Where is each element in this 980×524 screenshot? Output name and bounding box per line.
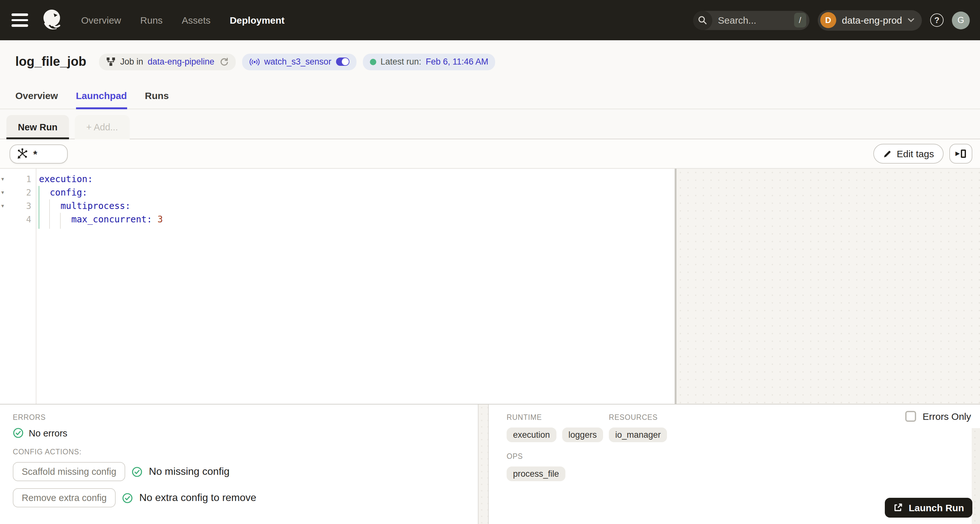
search-shortcut-key: / [794,13,806,27]
primary-nav: Overview Runs Assets Deployment [81,15,285,25]
no-errors-status: No errors [13,427,478,438]
no-missing-config-text: No missing config [149,466,230,477]
sensor-toggle[interactable] [336,57,349,66]
tab-runs[interactable]: Runs [145,83,169,109]
check-circle-icon [122,492,133,503]
nav-right-group: / D data-eng-prod ? G [693,10,970,30]
schema-scrollbar[interactable] [972,428,980,524]
schema-tag-loggers[interactable]: loggers [562,427,603,442]
config-code-editor[interactable]: ▾ 1 execution: ▾ 2 config: ▾ 3 multiproc… [0,169,675,404]
chevron-down-icon [908,18,914,22]
config-schema-panel [676,169,980,404]
yaml-key: execution: [39,174,93,184]
scaffold-missing-config-button[interactable]: Scaffold missing config [13,462,125,481]
runtime-column: RUNTIME execution loggers [507,413,609,442]
runtime-label: RUNTIME [507,413,609,421]
edit-tags-button[interactable]: Edit tags [873,144,943,164]
tab-launchpad[interactable]: Launchpad [76,83,127,109]
nav-item-overview[interactable]: Overview [81,15,121,25]
nav-item-runs[interactable]: Runs [140,15,162,25]
check-circle-icon [13,427,24,438]
op-selector-value: * [33,148,37,160]
pencil-icon [883,149,891,158]
play-icon: ▶ [955,151,960,156]
fold-marker-icon[interactable]: ▾ [0,186,11,199]
code-line: ▾ 3 multiprocess: [0,199,675,213]
sensor-badge: watch_s3_sensor [242,53,356,70]
errors-section: ERRORS No errors CONFIG ACTIONS: Scaffol… [0,405,478,524]
resources-label: RESOURCES [609,413,667,421]
panel-icon [961,150,966,158]
ops-group: OPS process_file [507,452,980,481]
fold-marker-icon[interactable]: ▾ [0,172,11,186]
yaml-value: 3 [152,214,163,224]
errors-only-label: Errors Only [923,411,971,422]
add-config-tab-button[interactable]: + Add... [75,115,129,139]
code-line: ▾ 1 execution: [0,172,675,186]
dagster-logo-icon[interactable] [39,7,66,33]
job-graph-icon [106,57,116,67]
yaml-key: max_concurrent: [39,214,152,224]
launch-run-button[interactable]: Launch Run [885,498,972,518]
nav-item-assets[interactable]: Assets [182,15,210,25]
op-selector-icon [16,148,28,160]
config-session-tabs: New Run + Add... [0,109,980,139]
sensor-icon [249,57,260,67]
search-icon [693,11,712,30]
yaml-key: multiprocess: [39,201,130,211]
page-tabs: Overview Launchpad Runs [0,83,980,109]
latest-run-badge: Latest run: Feb 6, 11:46 AM [363,53,495,70]
indent-guide [49,199,50,229]
errors-label: ERRORS [13,413,478,421]
remove-config-row: Remove extra config No extra config to r… [13,488,478,507]
code-line: 4 max_concurrent: 3 [0,213,675,226]
indent-guide [38,186,40,229]
config-tab-new-run[interactable]: New Run [6,115,69,139]
page-header: log_file_job Job in data-eng-pipeline [0,40,980,83]
user-avatar[interactable]: G [952,11,970,29]
check-circle-icon [132,466,142,477]
workspace-switcher[interactable]: D data-eng-prod [818,10,922,30]
no-errors-text: No errors [29,428,67,438]
search-box[interactable]: / [693,11,810,30]
fold-spacer [0,213,11,226]
indent-guide [60,213,61,229]
job-location-badge: Job in data-eng-pipeline [99,53,235,70]
op-selector-input[interactable]: * [10,144,68,163]
schema-tag-execution[interactable]: execution [507,427,557,442]
bottom-panel-splitter[interactable] [478,405,489,524]
nav-item-deployment[interactable]: Deployment [230,15,285,25]
line-number: 1 [11,172,36,186]
toolbar-right-group: Edit tags ▶ [873,144,972,164]
reload-icon[interactable] [219,57,228,67]
sensor-link[interactable]: watch_s3_sensor [264,57,331,67]
run-status-dot [369,59,376,65]
pipeline-link[interactable]: data-eng-pipeline [148,57,214,67]
line-number: 4 [11,213,36,226]
editor-split: ▾ 1 execution: ▾ 2 config: ▾ 3 multiproc… [0,169,980,404]
fold-marker-icon[interactable]: ▾ [0,199,11,213]
dagster-launchpad-app: Overview Runs Assets Deployment / D data… [0,0,980,524]
code-line: ▾ 2 config: [0,186,675,199]
menu-icon[interactable] [10,11,29,29]
line-number: 2 [11,186,36,199]
job-badge-prefix: Job in [120,57,143,67]
toggle-second-panel-button[interactable]: ▶ [949,144,972,164]
scaffold-config-row: Scaffold missing config No missing confi… [13,462,478,481]
line-number: 3 [11,199,36,213]
help-icon[interactable]: ? [930,13,943,27]
errors-only-control: Errors Only [905,411,971,422]
errors-only-checkbox[interactable] [905,411,916,422]
yaml-key: config: [39,187,88,197]
search-input[interactable] [712,15,794,25]
tab-overview[interactable]: Overview [15,83,58,109]
remove-extra-config-button[interactable]: Remove extra config [13,488,116,507]
launch-run-label: Launch Run [909,502,964,513]
schema-tag-process-file[interactable]: process_file [507,467,565,481]
edit-tags-label: Edit tags [897,148,934,159]
schema-tag-io-manager[interactable]: io_manager [609,427,667,442]
latest-run-link[interactable]: Feb 6, 11:46 AM [426,57,488,67]
ops-label: OPS [507,452,980,460]
launch-icon [893,503,903,513]
gutter-divider [36,169,37,404]
